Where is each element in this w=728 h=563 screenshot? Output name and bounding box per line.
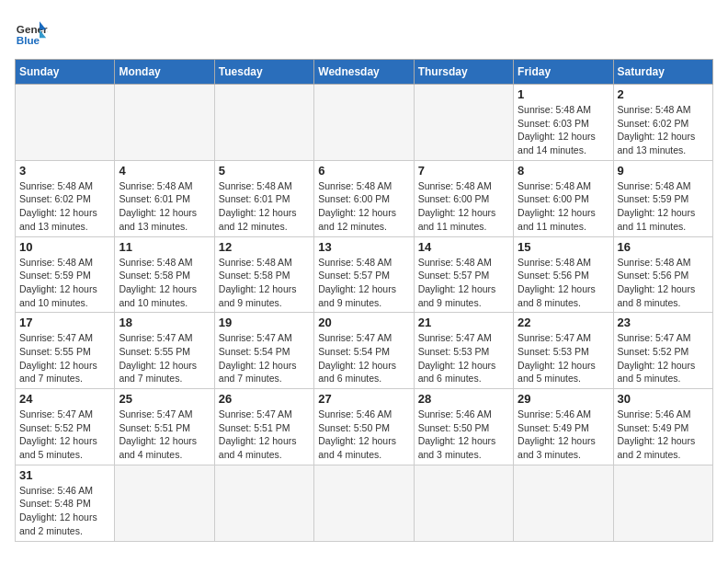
day-number: 1 (518, 87, 609, 101)
day-number: 12 (219, 240, 310, 254)
calendar-cell (613, 465, 712, 541)
day-number: 24 (19, 392, 110, 406)
day-number: 14 (418, 240, 509, 254)
calendar-cell: 31Sunrise: 5:46 AM Sunset: 5:48 PM Dayli… (16, 465, 115, 541)
calendar-cell: 2Sunrise: 5:48 AM Sunset: 6:02 PM Daylig… (613, 85, 712, 161)
calendar-week-6: 31Sunrise: 5:46 AM Sunset: 5:48 PM Dayli… (16, 465, 713, 541)
day-number: 2 (618, 87, 709, 101)
day-number: 7 (418, 164, 509, 178)
calendar-cell: 26Sunrise: 5:47 AM Sunset: 5:51 PM Dayli… (214, 389, 313, 465)
day-info: Sunrise: 5:47 AM Sunset: 5:55 PM Dayligh… (19, 331, 110, 385)
calendar-cell: 13Sunrise: 5:48 AM Sunset: 5:57 PM Dayli… (314, 236, 414, 313)
day-number: 18 (119, 316, 210, 329)
calendar-cell: 20Sunrise: 5:47 AM Sunset: 5:54 PM Dayli… (314, 313, 414, 389)
day-number: 16 (618, 240, 709, 254)
calendar-cell: 4Sunrise: 5:48 AM Sunset: 6:01 PM Daylig… (115, 160, 214, 236)
calendar-cell (115, 465, 214, 541)
calendar-body: 1Sunrise: 5:48 AM Sunset: 6:03 PM Daylig… (16, 85, 713, 542)
calendar-cell (414, 85, 513, 161)
calendar-cell: 12Sunrise: 5:48 AM Sunset: 5:58 PM Dayli… (214, 236, 313, 313)
day-number: 21 (418, 316, 509, 329)
day-number: 6 (318, 164, 409, 178)
calendar-cell (514, 465, 613, 541)
calendar-cell: 25Sunrise: 5:47 AM Sunset: 5:51 PM Dayli… (115, 389, 214, 465)
header: General Blue (15, 15, 713, 48)
calendar-week-3: 10Sunrise: 5:48 AM Sunset: 5:59 PM Dayli… (16, 236, 713, 313)
day-info: Sunrise: 5:48 AM Sunset: 6:00 PM Dayligh… (518, 179, 609, 234)
day-info: Sunrise: 5:48 AM Sunset: 5:59 PM Dayligh… (618, 179, 709, 234)
day-info: Sunrise: 5:48 AM Sunset: 5:57 PM Dayligh… (418, 256, 509, 310)
weekday-header-saturday: Saturday (613, 60, 712, 85)
day-number: 9 (618, 164, 709, 178)
day-number: 5 (219, 164, 310, 178)
calendar-week-2: 3Sunrise: 5:48 AM Sunset: 6:02 PM Daylig… (16, 160, 713, 236)
weekday-header-wednesday: Wednesday (314, 60, 414, 85)
calendar-cell: 9Sunrise: 5:48 AM Sunset: 5:59 PM Daylig… (613, 160, 712, 236)
calendar-cell: 7Sunrise: 5:48 AM Sunset: 6:00 PM Daylig… (414, 160, 513, 236)
day-number: 4 (119, 164, 210, 178)
day-number: 29 (518, 392, 609, 406)
calendar-cell (214, 85, 313, 161)
calendar-cell: 15Sunrise: 5:48 AM Sunset: 5:56 PM Dayli… (514, 236, 613, 313)
day-info: Sunrise: 5:48 AM Sunset: 5:56 PM Dayligh… (618, 256, 709, 310)
calendar-cell: 10Sunrise: 5:48 AM Sunset: 5:59 PM Dayli… (16, 236, 115, 313)
day-info: Sunrise: 5:48 AM Sunset: 5:56 PM Dayligh… (518, 256, 609, 310)
day-number: 20 (318, 316, 409, 329)
weekday-header-tuesday: Tuesday (214, 60, 313, 85)
calendar-cell: 6Sunrise: 5:48 AM Sunset: 6:00 PM Daylig… (314, 160, 414, 236)
calendar-cell: 24Sunrise: 5:47 AM Sunset: 5:52 PM Dayli… (16, 389, 115, 465)
calendar-cell: 27Sunrise: 5:46 AM Sunset: 5:50 PM Dayli… (314, 389, 414, 465)
day-number: 23 (618, 316, 709, 329)
calendar-cell: 3Sunrise: 5:48 AM Sunset: 6:02 PM Daylig… (16, 160, 115, 236)
day-info: Sunrise: 5:48 AM Sunset: 6:01 PM Dayligh… (219, 179, 310, 234)
day-number: 25 (119, 392, 210, 406)
day-info: Sunrise: 5:48 AM Sunset: 6:02 PM Dayligh… (19, 179, 110, 234)
day-info: Sunrise: 5:46 AM Sunset: 5:49 PM Dayligh… (518, 408, 609, 462)
day-info: Sunrise: 5:46 AM Sunset: 5:50 PM Dayligh… (318, 408, 409, 462)
calendar-cell: 8Sunrise: 5:48 AM Sunset: 6:00 PM Daylig… (514, 160, 613, 236)
day-info: Sunrise: 5:46 AM Sunset: 5:49 PM Dayligh… (618, 408, 709, 462)
day-number: 28 (418, 392, 509, 406)
day-info: Sunrise: 5:47 AM Sunset: 5:53 PM Dayligh… (418, 331, 509, 385)
day-info: Sunrise: 5:48 AM Sunset: 6:03 PM Dayligh… (518, 103, 609, 157)
day-info: Sunrise: 5:47 AM Sunset: 5:51 PM Dayligh… (219, 408, 310, 462)
weekday-header-friday: Friday (514, 60, 613, 85)
weekday-header-sunday: Sunday (16, 60, 115, 85)
day-number: 8 (518, 164, 609, 178)
day-info: Sunrise: 5:48 AM Sunset: 5:57 PM Dayligh… (318, 256, 409, 310)
calendar-cell: 16Sunrise: 5:48 AM Sunset: 5:56 PM Dayli… (613, 236, 712, 313)
day-number: 27 (318, 392, 409, 406)
calendar-cell (314, 85, 414, 161)
calendar-cell (16, 85, 115, 161)
calendar-cell: 30Sunrise: 5:46 AM Sunset: 5:49 PM Dayli… (613, 389, 712, 465)
day-info: Sunrise: 5:47 AM Sunset: 5:53 PM Dayligh… (518, 331, 609, 385)
calendar-cell (214, 465, 313, 541)
calendar-cell: 14Sunrise: 5:48 AM Sunset: 5:57 PM Dayli… (414, 236, 513, 313)
day-info: Sunrise: 5:47 AM Sunset: 5:51 PM Dayligh… (119, 408, 210, 462)
day-info: Sunrise: 5:48 AM Sunset: 6:02 PM Dayligh… (618, 103, 709, 157)
day-number: 13 (318, 240, 409, 254)
day-info: Sunrise: 5:46 AM Sunset: 5:48 PM Dayligh… (19, 484, 110, 538)
calendar-cell: 28Sunrise: 5:46 AM Sunset: 5:50 PM Dayli… (414, 389, 513, 465)
day-info: Sunrise: 5:48 AM Sunset: 5:59 PM Dayligh… (19, 256, 110, 310)
day-info: Sunrise: 5:47 AM Sunset: 5:54 PM Dayligh… (219, 331, 310, 385)
day-info: Sunrise: 5:47 AM Sunset: 5:52 PM Dayligh… (19, 408, 110, 462)
calendar-cell (314, 465, 414, 541)
day-info: Sunrise: 5:48 AM Sunset: 6:00 PM Dayligh… (318, 179, 409, 234)
day-info: Sunrise: 5:46 AM Sunset: 5:50 PM Dayligh… (418, 408, 509, 462)
day-number: 19 (219, 316, 310, 329)
day-info: Sunrise: 5:47 AM Sunset: 5:55 PM Dayligh… (119, 331, 210, 385)
calendar-cell: 29Sunrise: 5:46 AM Sunset: 5:49 PM Dayli… (514, 389, 613, 465)
day-number: 31 (19, 468, 110, 482)
logo-icon: General Blue (15, 15, 48, 48)
calendar-cell: 11Sunrise: 5:48 AM Sunset: 5:58 PM Dayli… (115, 236, 214, 313)
calendar-cell: 17Sunrise: 5:47 AM Sunset: 5:55 PM Dayli… (16, 313, 115, 389)
weekday-header-monday: Monday (115, 60, 214, 85)
calendar: SundayMondayTuesdayWednesdayThursdayFrid… (15, 59, 713, 542)
day-number: 11 (119, 240, 210, 254)
svg-text:Blue: Blue (17, 34, 40, 46)
calendar-cell: 5Sunrise: 5:48 AM Sunset: 6:01 PM Daylig… (214, 160, 313, 236)
calendar-cell: 1Sunrise: 5:48 AM Sunset: 6:03 PM Daylig… (514, 85, 613, 161)
calendar-cell: 22Sunrise: 5:47 AM Sunset: 5:53 PM Dayli… (514, 313, 613, 389)
day-number: 3 (19, 164, 110, 178)
